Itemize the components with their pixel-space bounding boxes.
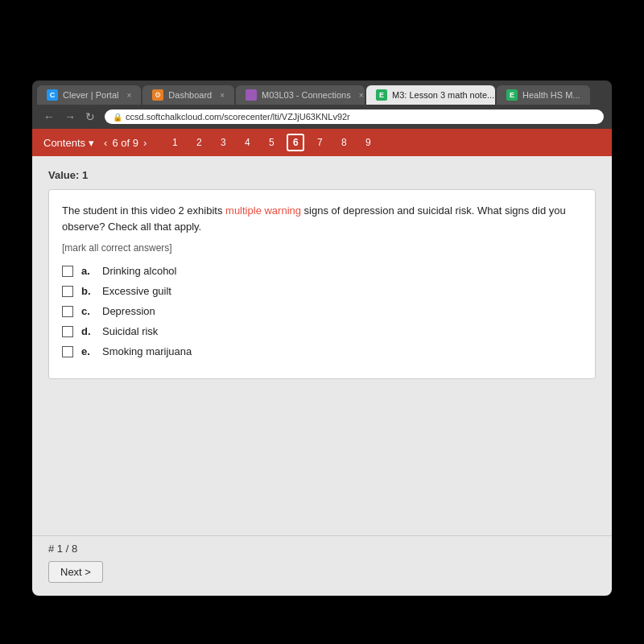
option-b: b. Excessive guilt: [62, 285, 582, 297]
option-c-text: Depression: [102, 305, 155, 317]
contents-dropdown-icon: ▾: [89, 137, 94, 149]
browser-chrome: C Clever | Portal × ⚙ Dashboard × M03L03…: [32, 80, 612, 129]
tab-m3-lesson-label: M3: Lesson 3 math note...: [392, 90, 494, 100]
question-counter: # 1 / 8: [48, 543, 596, 555]
tab-clever-label: Clever | Portal: [63, 90, 119, 100]
option-b-text: Excessive guilt: [102, 285, 171, 297]
back-button[interactable]: ←: [40, 109, 58, 125]
page-7[interactable]: 7: [311, 134, 328, 151]
tab-close-icon3[interactable]: ×: [359, 91, 364, 100]
page-9[interactable]: 9: [359, 134, 377, 151]
contents-label: Contents: [43, 137, 85, 149]
option-e: e. Smoking marijuana: [62, 345, 582, 357]
page-numbers: 1 2 3 4 5 6 7 8 9: [166, 134, 377, 151]
page-5[interactable]: 5: [262, 134, 280, 151]
address-bar-row: ← → ↻ 🔒 ccsd.softchalkcloud.com/scorecen…: [32, 105, 612, 129]
option-a: a. Drinking alcohol: [62, 265, 582, 277]
nav-buttons: ← → ↻: [40, 109, 98, 125]
footer-area: # 1 / 8 Next >: [32, 535, 612, 596]
page-6-current[interactable]: 6: [287, 134, 304, 151]
question-text: The student in this video 2 exhibits mul…: [62, 203, 582, 234]
page-4[interactable]: 4: [238, 134, 256, 151]
option-d-letter: d.: [81, 325, 94, 337]
option-e-text: Smoking marijuana: [102, 345, 192, 357]
page-3[interactable]: 3: [214, 134, 232, 151]
checkbox-d[interactable]: [62, 326, 73, 337]
browser-window: C Clever | Portal × ⚙ Dashboard × M03L03…: [32, 80, 612, 596]
tab-m3-lesson[interactable]: E M3: Lesson 3 math note... ×: [366, 85, 495, 105]
forward-button[interactable]: →: [61, 109, 79, 125]
tab-m03l03-label: M03L03 - Connections: [262, 90, 351, 100]
page-8[interactable]: 8: [335, 134, 353, 151]
option-c-letter: c.: [81, 305, 94, 317]
checkbox-c[interactable]: [62, 306, 73, 317]
value-label: Value: 1: [48, 169, 596, 181]
option-d: d. Suicidal risk: [62, 325, 582, 337]
lock-icon: 🔒: [113, 113, 122, 122]
option-d-text: Suicidal risk: [102, 325, 158, 337]
prev-page-button[interactable]: ‹: [104, 137, 107, 149]
page-2[interactable]: 2: [190, 134, 208, 151]
mark-all-instruction: [mark all correct answers]: [62, 242, 582, 254]
checkbox-a[interactable]: [62, 266, 73, 277]
question-box: The student in this video 2 exhibits mul…: [48, 189, 596, 379]
tab-bar: C Clever | Portal × ⚙ Dashboard × M03L03…: [32, 80, 612, 105]
question-text-before: The student in this video 2 exhibits: [62, 204, 225, 217]
contents-button[interactable]: Contents ▾: [43, 137, 94, 149]
page-1[interactable]: 1: [166, 134, 184, 151]
tab-close-icon[interactable]: ×: [127, 91, 132, 100]
tab-dashboard[interactable]: ⚙ Dashboard ×: [142, 85, 234, 105]
option-e-letter: e.: [81, 345, 94, 357]
url-text: ccsd.softchalkcloud.com/scorecenter/lti/…: [126, 112, 350, 122]
checkbox-e[interactable]: [62, 346, 73, 357]
next-page-button[interactable]: ›: [143, 137, 147, 149]
page-display: 6 of 9: [112, 137, 138, 149]
address-bar[interactable]: 🔒 ccsd.softchalkcloud.com/scorecenter/lt…: [105, 109, 604, 124]
tab-health[interactable]: E Health HS M...: [497, 85, 590, 105]
tab-m03l03[interactable]: M03L03 - Connections ×: [236, 85, 365, 105]
checkbox-b[interactable]: [62, 286, 73, 297]
toolbar-row: Contents ▾ ‹ 6 of 9 › 1 2 3 4 5 6 7 8 9: [32, 129, 612, 156]
tab-health-label: Health HS M...: [522, 90, 580, 100]
option-c: c. Depression: [62, 305, 582, 317]
tab-dashboard-label: Dashboard: [168, 90, 212, 100]
page-nav-arrows: ‹ 6 of 9 ›: [104, 137, 147, 149]
option-b-letter: b.: [81, 285, 94, 297]
option-a-letter: a.: [81, 265, 94, 277]
tab-clever[interactable]: C Clever | Portal ×: [37, 85, 141, 105]
tab-close-icon2[interactable]: ×: [220, 91, 225, 100]
question-warning-highlight: multiple warning: [225, 204, 301, 217]
next-button[interactable]: Next >: [48, 561, 103, 583]
content-area: Value: 1 The student in this video 2 exh…: [32, 156, 612, 535]
refresh-button[interactable]: ↻: [82, 109, 98, 125]
option-a-text: Drinking alcohol: [102, 265, 177, 277]
